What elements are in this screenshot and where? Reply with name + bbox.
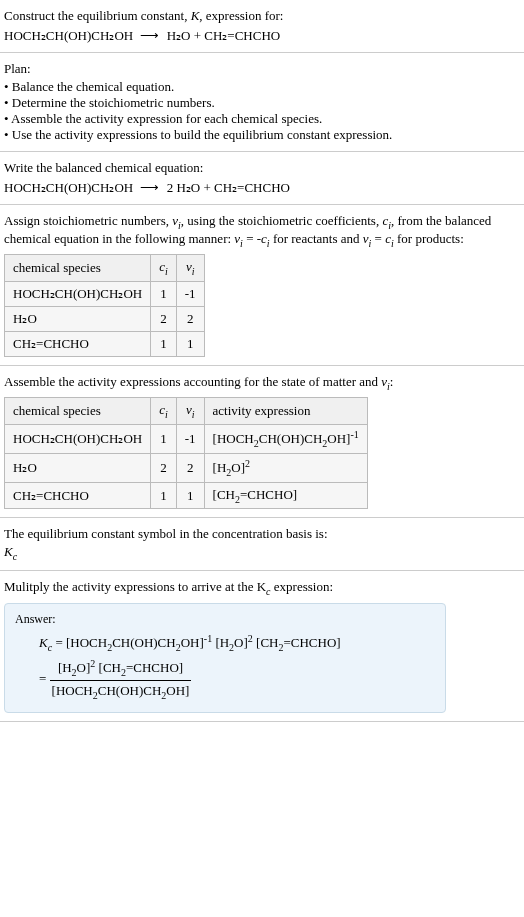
cell-nui: 1 (176, 331, 204, 356)
cell-species: HOCH₂CH(OH)CH₂OH (5, 281, 151, 306)
table-row: CH₂=CHCHO 1 1 (5, 331, 205, 356)
table-row: CH₂=CHCHO 1 1 [CH2=CHCHO] (5, 482, 368, 509)
balanced-equation: HOCH₂CH(OH)CH₂OH ⟶ 2 H₂O + CH₂=CHCHO (4, 180, 520, 196)
prompt-text: Construct the equilibrium constant, K, e… (4, 8, 520, 24)
multiply-text: Mulitply the activity expressions to arr… (4, 579, 520, 597)
cell-ci: 1 (151, 424, 177, 453)
kc-symbol-text: The equilibrium constant symbol in the c… (4, 526, 520, 542)
answer-label: Answer: (15, 612, 435, 627)
plan-section: Plan: Balance the chemical equation. Det… (0, 53, 524, 152)
cell-nui: 2 (176, 453, 204, 482)
answer-box: Answer: Kc = [HOCH2CH(OH)CH2OH]-1 [H2O]2… (4, 603, 446, 713)
col-activity: activity expression (204, 398, 367, 425)
cell-species: HOCH₂CH(OH)CH₂OH (5, 424, 151, 453)
eq-rhs: H₂O + CH₂=CHCHO (167, 28, 281, 43)
cell-nui: 2 (176, 306, 204, 331)
fraction-denominator: [HOCH2CH(OH)CH2OH] (50, 681, 192, 704)
reaction-arrow: ⟶ (140, 28, 159, 44)
table-row: H₂O 2 2 (5, 306, 205, 331)
eq-lhs: HOCH₂CH(OH)CH₂OH (4, 28, 133, 43)
table-header-row: chemical species ci νi (5, 255, 205, 282)
plan-item: Use the activity expressions to build th… (4, 127, 520, 143)
cell-ci: 1 (151, 331, 177, 356)
cell-ci: 1 (151, 281, 177, 306)
stoich-text: Assign stoichiometric numbers, νi, using… (4, 213, 520, 248)
plan-item: Balance the chemical equation. (4, 79, 520, 95)
unbalanced-equation: HOCH₂CH(OH)CH₂OH ⟶ H₂O + CH₂=CHCHO (4, 28, 520, 44)
activity-section: Assemble the activity expressions accoun… (0, 366, 524, 519)
fraction-numerator: [H2O]2 [CH2=CHCHO] (50, 656, 192, 682)
cell-species: CH₂=CHCHO (5, 482, 151, 509)
cell-species: CH₂=CHCHO (5, 331, 151, 356)
plan-list: Balance the chemical equation. Determine… (4, 79, 520, 143)
cell-species: H₂O (5, 453, 151, 482)
answer-section: Mulitply the activity expressions to arr… (0, 571, 524, 722)
cell-ci: 1 (151, 482, 177, 509)
symbol-k: K (4, 544, 13, 559)
cell-ci: 2 (151, 306, 177, 331)
col-ci: ci (151, 255, 177, 282)
plan-item: Determine the stoichiometric numbers. (4, 95, 520, 111)
cell-ci: 2 (151, 453, 177, 482)
table-header-row: chemical species ci νi activity expressi… (5, 398, 368, 425)
cell-nui: 1 (176, 482, 204, 509)
answer-line1: Kc = [HOCH2CH(OH)CH2OH]-1 [H2O]2 [CH2=CH… (39, 631, 435, 656)
table-row: H₂O 2 2 [H2O]2 (5, 453, 368, 482)
cell-species: H₂O (5, 306, 151, 331)
answer-fraction: [H2O]2 [CH2=CHCHO] [HOCH2CH(OH)CH2OH] (50, 656, 192, 705)
col-nui: νi (176, 398, 204, 425)
plan-item: Assemble the activity expression for eac… (4, 111, 520, 127)
eq-rhs: 2 H₂O + CH₂=CHCHO (167, 180, 290, 195)
stoich-table: chemical species ci νi HOCH₂CH(OH)CH₂OH … (4, 254, 205, 357)
cell-nui: -1 (176, 281, 204, 306)
balanced-section: Write the balanced chemical equation: HO… (0, 152, 524, 205)
eq-lhs: HOCH₂CH(OH)CH₂OH (4, 180, 133, 195)
answer-line2: = [H2O]2 [CH2=CHCHO] [HOCH2CH(OH)CH2OH] (39, 656, 435, 705)
kc-symbol-section: The equilibrium constant symbol in the c… (0, 518, 524, 571)
col-nui: νi (176, 255, 204, 282)
col-ci: ci (151, 398, 177, 425)
table-row: HOCH₂CH(OH)CH₂OH 1 -1 [HOCH2CH(OH)CH2OH]… (5, 424, 368, 453)
plan-heading: Plan: (4, 61, 520, 77)
symbol-c: c (13, 551, 17, 562)
table-row: HOCH₂CH(OH)CH₂OH 1 -1 (5, 281, 205, 306)
cell-nui: -1 (176, 424, 204, 453)
activity-table: chemical species ci νi activity expressi… (4, 397, 368, 509)
cell-activity: [HOCH2CH(OH)CH2OH]-1 (204, 424, 367, 453)
col-species: chemical species (5, 255, 151, 282)
reaction-arrow: ⟶ (140, 180, 159, 196)
stoich-section: Assign stoichiometric numbers, νi, using… (0, 205, 524, 366)
col-species: chemical species (5, 398, 151, 425)
kc-symbol: Kc (4, 544, 520, 562)
cell-activity: [H2O]2 (204, 453, 367, 482)
activity-heading: Assemble the activity expressions accoun… (4, 374, 520, 392)
cell-activity: [CH2=CHCHO] (204, 482, 367, 509)
balanced-heading: Write the balanced chemical equation: (4, 160, 520, 176)
prompt-section: Construct the equilibrium constant, K, e… (0, 0, 524, 53)
